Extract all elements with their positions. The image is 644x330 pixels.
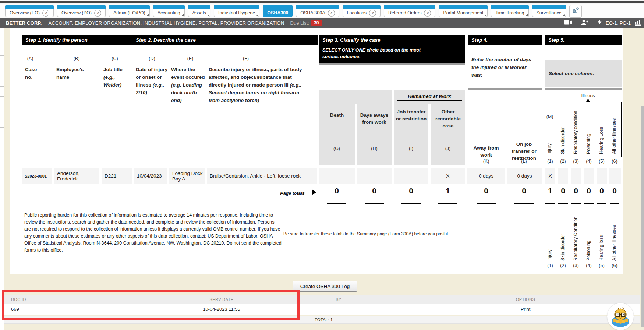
total-away-days: 0 (475, 186, 497, 195)
column-letter-4: (4) (586, 159, 591, 164)
options-header[interactable]: OPTIONS (503, 297, 548, 302)
create-osha-300-log-button[interactable]: Create OSHA 300 Log (293, 281, 357, 292)
tab-label: Surveillance (537, 10, 562, 17)
due-list-count-badge[interactable]: 30 (311, 20, 322, 26)
tab-assets[interactable]: Assets (188, 5, 211, 17)
cell-other-illness (609, 168, 621, 184)
cell-employee: Anderson, Frederick (54, 168, 99, 184)
column-letter-l: (L) (521, 159, 527, 164)
tab-osha300[interactable]: OSHA300 (263, 5, 293, 17)
tab-label: Overview (EO) (10, 10, 40, 17)
tab-label: Industrial Hygiene (218, 10, 255, 17)
total-skin: 0 (558, 186, 568, 195)
tab-fold-icon (208, 14, 209, 16)
column-letter-b: (B) (74, 56, 80, 61)
vlabel-respiratory-condition: Respiratory condition (573, 106, 579, 154)
tab-surveillance[interactable]: Surveillance (532, 5, 566, 17)
column-example: (e.g., Welder) (103, 74, 121, 88)
cell-transfer-days: 0 days (507, 168, 542, 184)
column-title-describe: Describe injury or illness, parts of bod… (209, 66, 304, 104)
column-letter-m: (M) (546, 114, 553, 119)
total-respiratory: 0 (571, 186, 581, 195)
open-in-new-icon[interactable]: ↗ (369, 10, 376, 17)
vlabel-skin-disorder: Skin disorder (560, 106, 566, 154)
tab-label: Portal Management (443, 10, 483, 17)
tab-overview-po[interactable]: Overview (PO) ↗ (57, 5, 106, 17)
divider (584, 203, 594, 204)
tab-locations[interactable]: Locations ↗ (343, 5, 381, 17)
column-letter-d: (D) (149, 56, 155, 61)
vertical-scrollbar-thumb[interactable] (641, 106, 644, 327)
tab-accounting[interactable]: Accounting (153, 5, 185, 17)
divider (477, 203, 496, 204)
vlabel-bottom-hearing-loss: Hearing loss (599, 206, 605, 261)
column-title-case-no: Case no. (25, 66, 43, 81)
tab-overview-eo[interactable]: Overview (EO) ↗ (5, 5, 54, 17)
cell-death (319, 168, 355, 184)
doc-id-value: 669 (11, 306, 19, 312)
tab-portal-management[interactable]: Portal Management (439, 5, 488, 17)
column-title-where: Where the event occured (e.g, Loading do… (171, 66, 207, 104)
tab-referred-orders[interactable]: Referred Orders ↗ (384, 5, 435, 17)
left-edge-gridlines (0, 35, 4, 143)
tab-industrial-hygiene[interactable]: Industrial Hygiene (214, 5, 259, 17)
tab-fold-icon (563, 14, 565, 16)
remained-at-work-label: Remained at Work (397, 94, 462, 101)
tab-label: Time Tracking (495, 10, 524, 17)
by-header[interactable]: BY (320, 297, 357, 302)
add-user-icon[interactable] (581, 20, 589, 27)
column-title-job-title: Job title (e.g., Welder) (103, 66, 130, 89)
doc-table-header: DOC ID SERV DATE BY OPTIONS (4, 295, 640, 305)
step4-instruction: Enter the number of days the injured or … (471, 56, 537, 79)
divider (610, 203, 619, 204)
vlabel-bottom-respiratory-condition: Respiratory Condition (573, 206, 579, 261)
tab-settings-button[interactable] (569, 5, 582, 18)
open-in-new-icon[interactable]: ↗ (424, 10, 431, 17)
cell-injury: X (545, 168, 555, 184)
print-link[interactable]: Print (503, 306, 548, 312)
video-camera-icon[interactable] (564, 20, 573, 27)
vlabel-bottom-all-other-illnesses: All other illnesses (612, 206, 618, 261)
step1-header: Step 1. Identify the person (22, 35, 132, 45)
due-list-label: Due List: (290, 20, 309, 26)
module-breadcrumb: ACCOUNT, EMPLOYER ORGANIZATION, INDUSTRI… (49, 20, 284, 26)
open-in-new-icon[interactable]: ↗ (328, 10, 335, 17)
open-in-new-icon[interactable]: ↗ (42, 10, 49, 17)
tab-osha-300a[interactable]: OSHA 300A ↗ (296, 5, 339, 17)
tab-label: Admin (EO/PO) (113, 10, 145, 17)
serv-date-value: 10-04-2023 11:55 (166, 306, 277, 312)
column-letter-g: (G) (333, 146, 340, 151)
serv-date-header[interactable]: SERV DATE (166, 297, 277, 302)
open-in-new-icon[interactable]: ↗ (94, 10, 101, 17)
tab-fold-icon (182, 14, 184, 16)
bottom-letter-4: (4) (586, 263, 591, 268)
total-other-illness: 0 (609, 186, 620, 195)
doc-id-header[interactable]: DOC ID (11, 297, 26, 302)
divider (468, 88, 542, 90)
total-other-recordable: 1 (437, 186, 459, 195)
org-context-badge[interactable]: EO-1, PO-1 (606, 20, 631, 26)
cell-job-title: D221 (102, 168, 132, 184)
column-title-date: Date of injury or onset of illness (e.g.… (136, 66, 170, 96)
cell-date: 10/04/2023 (134, 168, 167, 184)
divider (545, 203, 555, 204)
bar-chart-icon[interactable] (635, 20, 641, 26)
lightning-icon[interactable] (597, 19, 602, 27)
tab-admin-eo-po[interactable]: Admin (EO/PO) (109, 5, 150, 17)
column-letter-i: (I) (409, 146, 413, 151)
doc-table-row[interactable]: 669 10-04-2023 11:55 Print (4, 304, 640, 315)
column-letter-a: (A) (27, 56, 33, 61)
gears-icon (572, 7, 579, 16)
bottom-letter-5: (5) (599, 263, 604, 268)
divider (597, 203, 606, 204)
assistant-mascot-widget[interactable] (607, 303, 634, 330)
total-days-away: 0 (363, 186, 385, 195)
octopus-mascot-icon (609, 306, 631, 328)
tab-time-tracking[interactable]: Time Tracking (491, 5, 528, 17)
vlabel-injury: Injury (547, 130, 553, 155)
bottom-letter-6: (6) (612, 263, 617, 268)
tab-fold-icon (147, 14, 149, 16)
cell-description: Bruise/Contusion, Ankle - Left, loose ro… (207, 168, 317, 184)
vlabel-all-other-illnesses: All other illnesses (612, 106, 618, 154)
tab-fold-icon (526, 14, 528, 16)
